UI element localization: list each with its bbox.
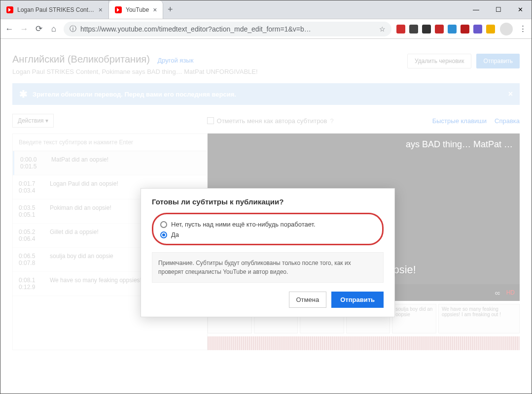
radio-option-yes[interactable]: Да [160,230,375,240]
back-icon[interactable]: ← [4,24,14,34]
extension-icons [396,25,495,33]
extension-icon[interactable] [422,25,431,33]
radio-label: Да [171,231,179,238]
bookmark-star-icon[interactable]: ☆ [379,25,386,33]
browser-tab-active[interactable]: YouTube × [109,0,163,19]
extension-icon[interactable] [486,25,495,33]
forward-icon[interactable]: → [19,24,29,34]
extension-icon[interactable] [461,25,469,33]
home-icon[interactable]: ⌂ [49,24,59,34]
modal-submit-button[interactable]: Отправить [331,292,384,308]
modal-note: Примечание. Субтитры будут опубликованы … [152,252,384,283]
publish-modal: Готовы ли субтитры к публикации? Нет, пу… [141,188,395,317]
radio-label: Нет, пусть над ними ещё кто-нибудь пораб… [171,221,316,228]
reload-icon[interactable]: ⟳ [34,24,44,34]
radio-option-no[interactable]: Нет, пусть над ними ещё кто-нибудь пораб… [160,219,375,230]
page-content: Английский (Великобритания) Другой язык … [0,39,532,394]
extension-icon[interactable] [473,25,482,33]
browser-tab[interactable]: Logan Paul STRIKES Content, Pok × [0,0,109,19]
extension-icon[interactable] [448,25,457,33]
tab-label: Logan Paul STRIKES Content, Pok [17,6,95,13]
modal-title: Готовы ли субтитры к публикации? [152,197,384,206]
new-tab-button[interactable]: + [163,0,177,19]
close-tab-icon[interactable]: × [99,6,103,14]
profile-avatar-icon[interactable] [500,23,513,35]
modal-cancel-button[interactable]: Отмена [289,292,327,308]
browser-toolbar: ← → ⟳ ⌂ ⓘ https://www.youtube.com/timedt… [0,19,532,39]
tab-label: YouTube [126,6,149,13]
radio-icon[interactable] [160,221,167,228]
youtube-favicon-icon [115,6,122,13]
extension-icon[interactable] [435,25,444,33]
radio-icon-checked[interactable] [160,231,167,238]
browser-titlebar: Logan Paul STRIKES Content, Pok × YouTub… [0,0,532,19]
radio-group-highlight: Нет, пусть над ними ещё кто-нибудь пораб… [152,213,384,245]
extension-icon[interactable] [409,25,418,33]
close-window-icon[interactable]: ✕ [509,0,532,19]
info-icon[interactable]: ⓘ [70,25,76,33]
kebab-menu-icon[interactable]: ⋮ [518,24,528,34]
extension-icon[interactable] [396,25,405,33]
address-bar[interactable]: ⓘ https://www.youtube.com/timedtext_edit… [64,22,391,36]
maximize-icon[interactable]: ☐ [487,0,509,19]
minimize-icon[interactable]: — [465,0,487,19]
youtube-favicon-icon [6,6,13,13]
close-tab-icon[interactable]: × [153,6,157,14]
url-text: https://www.youtube.com/timedtext_editor… [80,25,311,33]
